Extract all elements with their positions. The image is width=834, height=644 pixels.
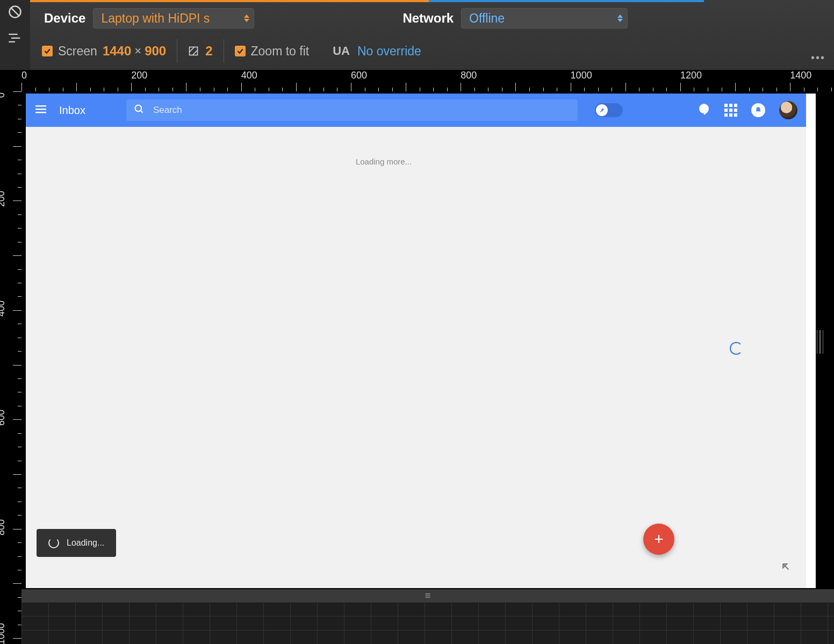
apps-grid-icon[interactable] — [724, 104, 737, 117]
compose-fab[interactable]: + — [643, 524, 674, 555]
hangouts-icon[interactable] — [698, 103, 710, 118]
filter-icon[interactable] — [8, 31, 23, 48]
search-input[interactable] — [153, 105, 570, 116]
dimension-x: × — [134, 44, 141, 58]
select-arrows-icon — [617, 15, 623, 22]
prohibit-icon[interactable] — [8, 4, 23, 22]
ua-value[interactable]: No override — [357, 44, 421, 59]
toast-text: Loading... — [67, 538, 104, 548]
resize-corner-icon[interactable] — [781, 562, 791, 572]
screen-label: Screen — [58, 44, 97, 59]
horizontal-ruler: 0200400600800100012001400 — [21, 70, 834, 91]
inbox-header: Inbox — [26, 94, 806, 127]
svg-line-10 — [140, 111, 142, 113]
pin-toggle[interactable] — [595, 103, 623, 117]
viewport-right-handle[interactable] — [817, 330, 823, 354]
svg-rect-8 — [35, 112, 46, 113]
device-select[interactable]: Laptop with HiDPI s — [93, 8, 254, 28]
select-arrows-icon — [244, 15, 249, 22]
network-select[interactable]: Offline — [461, 8, 628, 28]
hamburger-icon[interactable] — [34, 103, 47, 118]
search-icon — [134, 104, 145, 117]
notifications-icon[interactable] — [751, 103, 765, 117]
loading-more-text: Loading more... — [356, 157, 412, 166]
network-label: Network — [402, 11, 454, 26]
inbox-title: Inbox — [59, 104, 85, 117]
search-bar[interactable] — [126, 99, 578, 121]
zoom-checkbox[interactable] — [235, 46, 246, 56]
drawer-grip-icon: ≡ — [425, 590, 431, 602]
viewport-scrollbar[interactable] — [806, 94, 816, 588]
device-select-value: Laptop with HiDPI s — [101, 11, 210, 26]
devtools-drawer — [21, 602, 834, 644]
loading-toast: Loading... — [37, 529, 116, 557]
screen-width[interactable]: 1440 — [103, 44, 131, 59]
svg-rect-3 — [11, 38, 20, 39]
device-viewport: Inbox Loading more... + — [26, 94, 816, 588]
svg-rect-4 — [9, 41, 15, 42]
screen-height[interactable]: 900 — [145, 44, 166, 59]
zoom-label: Zoom to fit — [251, 44, 310, 59]
svg-rect-2 — [9, 34, 17, 35]
devtools-left-icon-bar — [0, 0, 30, 70]
inbox-content: Loading more... + Loading... — [26, 127, 806, 588]
spinner-icon — [48, 538, 59, 548]
more-menu-icon[interactable]: ••• — [811, 52, 825, 64]
spinner-icon — [730, 342, 743, 355]
svg-rect-6 — [35, 105, 46, 106]
vertical-ruler: 02004006008001000 — [0, 70, 21, 644]
svg-point-9 — [135, 105, 141, 112]
devtools-drawer-handle[interactable]: ≡ — [21, 589, 834, 602]
screen-checkbox[interactable] — [42, 46, 53, 56]
network-select-value: Offline — [469, 11, 505, 26]
svg-line-1 — [11, 8, 19, 16]
device-label: Device — [44, 11, 85, 26]
svg-rect-7 — [35, 109, 46, 110]
ua-label: UA — [333, 44, 350, 58]
avatar[interactable] — [779, 101, 797, 119]
dpr-icon[interactable] — [188, 46, 199, 56]
devtools-device-toolbar: Device Laptop with HiDPI s Network Offli… — [30, 0, 834, 70]
dpr-value[interactable]: 2 — [205, 44, 212, 59]
